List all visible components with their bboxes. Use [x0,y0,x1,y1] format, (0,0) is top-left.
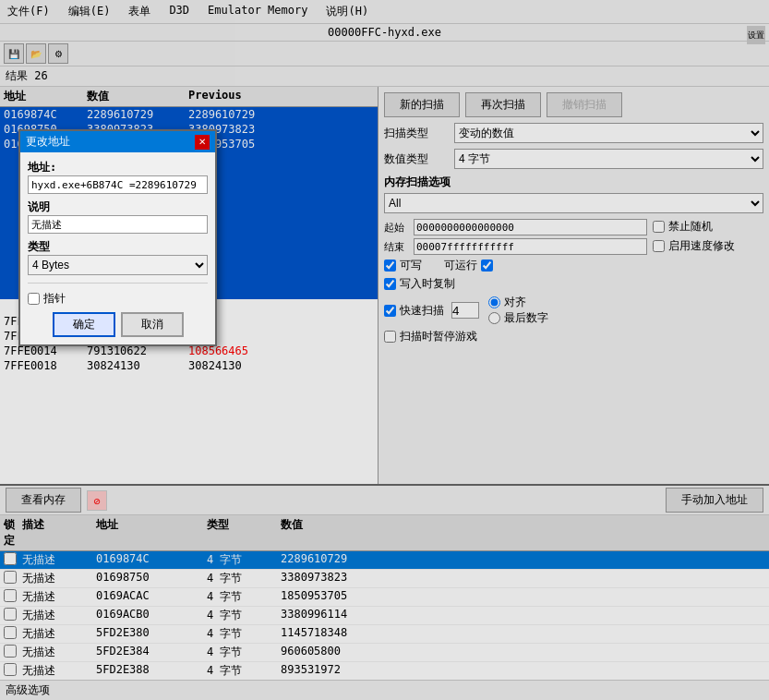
modal-desc-section: 说明 [28,199,208,234]
modal-desc-input[interactable] [28,215,208,234]
modal-desc-label: 说明 [28,199,208,215]
modal-type-label: 类型 [28,239,208,255]
modal-button-row: 确定 取消 [28,312,208,337]
modal-overlay: 更改地址 ✕ 地址: 说明 类型 4 Bytes 指针 [0,0,769,700]
modal-pointer-row: 指针 [28,291,208,307]
modal-confirm-button[interactable]: 确定 [53,312,115,337]
modal-address-label: 地址: [28,160,208,175]
modal-type-section: 类型 4 Bytes [28,239,208,275]
modal-dialog: 更改地址 ✕ 地址: 说明 类型 4 Bytes 指针 [18,129,217,346]
modal-close-button[interactable]: ✕ [195,135,210,150]
modal-title-bar: 更改地址 ✕ [20,131,215,152]
modal-address-input[interactable] [28,175,208,194]
modal-type-select[interactable]: 4 Bytes [28,255,208,275]
modal-divider [28,283,208,284]
modal-cancel-button[interactable]: 取消 [121,312,184,337]
modal-body: 地址: 说明 类型 4 Bytes 指针 确定 取消 [20,152,215,344]
modal-pointer-label: 指针 [43,291,66,307]
modal-title: 更改地址 [26,134,70,150]
modal-pointer-checkbox[interactable] [28,293,40,305]
modal-address-section: 地址: [28,160,208,194]
